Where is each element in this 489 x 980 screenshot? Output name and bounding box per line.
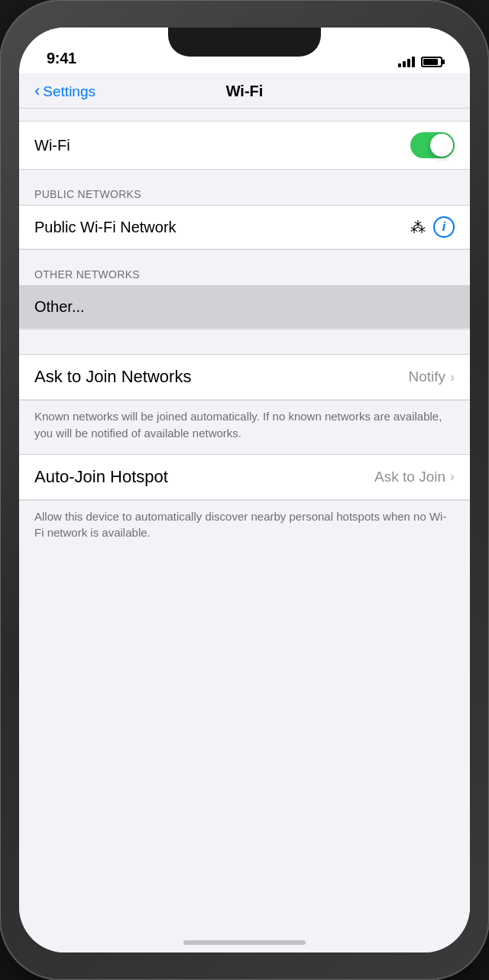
status-time: 9:41 xyxy=(47,50,76,67)
public-networks-header: PUBLIC NETWORKS xyxy=(19,182,470,205)
other-network-label: Other... xyxy=(34,298,85,316)
home-bar xyxy=(183,940,306,945)
auto-join-description: Allow this device to automatically disco… xyxy=(19,501,470,554)
gap-1 xyxy=(19,109,470,121)
ask-join-chevron-icon: › xyxy=(450,369,455,385)
wifi-toggle-row: Wi-Fi xyxy=(19,122,470,169)
info-icon: i xyxy=(442,220,445,234)
signal-bar-4 xyxy=(412,57,415,67)
gap-5 xyxy=(19,342,470,354)
ask-join-description: Known networks will be joined automatica… xyxy=(19,401,470,454)
public-network-name: Public Wi-Fi Network xyxy=(34,219,176,236)
signal-bars-icon xyxy=(398,57,415,67)
phone-frame: 9:41 ‹ Settings Wi-Fi xyxy=(0,0,489,980)
status-bar: 9:41 xyxy=(19,28,470,73)
info-button[interactable]: i xyxy=(433,216,455,238)
gap-3 xyxy=(19,250,470,262)
phone-screen: 9:41 ‹ Settings Wi-Fi xyxy=(19,28,470,952)
wifi-toggle-label: Wi-Fi xyxy=(34,137,70,154)
auto-join-row[interactable]: Auto-Join Hotspot Ask to Join › xyxy=(19,455,470,500)
ask-join-row[interactable]: Ask to Join Networks Notify › xyxy=(19,355,470,400)
other-network-row[interactable]: Other... xyxy=(19,286,470,329)
ask-join-group: Ask to Join Networks Notify › xyxy=(19,354,470,401)
ask-join-value: Notify xyxy=(408,368,445,385)
public-network-right: ⁂ i xyxy=(410,216,455,238)
gap-4 xyxy=(19,329,470,342)
auto-join-group: Auto-Join Hotspot Ask to Join › xyxy=(19,454,470,501)
other-networks-group: Other... xyxy=(19,285,470,329)
auto-join-value: Ask to Join xyxy=(374,469,445,485)
toggle-knob xyxy=(430,134,453,157)
wifi-toggle-switch[interactable] xyxy=(410,132,455,158)
back-button[interactable]: ‹ Settings xyxy=(34,83,96,100)
gap-2 xyxy=(19,170,470,182)
content-area: Wi-Fi PUBLIC NETWORKS Public Wi-Fi Netwo… xyxy=(19,109,470,922)
auto-join-chevron-icon: › xyxy=(450,469,455,485)
ask-join-right: Notify › xyxy=(408,368,455,385)
public-network-row[interactable]: Public Wi-Fi Network ⁂ i xyxy=(19,206,470,249)
battery-icon xyxy=(421,57,442,67)
back-chevron-icon: ‹ xyxy=(34,83,40,99)
ask-join-label: Ask to Join Networks xyxy=(34,367,191,387)
wifi-toggle-group: Wi-Fi xyxy=(19,121,470,170)
notch xyxy=(168,28,321,57)
status-icons xyxy=(398,57,442,67)
other-networks-header: OTHER NETWORKS xyxy=(19,262,470,285)
public-networks-group: Public Wi-Fi Network ⁂ i xyxy=(19,205,470,250)
wifi-signal-icon: ⁂ xyxy=(410,218,426,236)
back-label: Settings xyxy=(43,83,96,100)
navigation-bar: ‹ Settings Wi-Fi xyxy=(19,73,470,109)
page-title: Wi-Fi xyxy=(226,83,264,100)
auto-join-right: Ask to Join › xyxy=(374,469,455,485)
home-indicator xyxy=(19,922,470,952)
battery-fill xyxy=(423,59,438,65)
signal-bar-2 xyxy=(403,61,406,67)
auto-join-label: Auto-Join Hotspot xyxy=(34,467,168,487)
signal-bar-3 xyxy=(407,59,410,67)
signal-bar-1 xyxy=(398,63,401,67)
